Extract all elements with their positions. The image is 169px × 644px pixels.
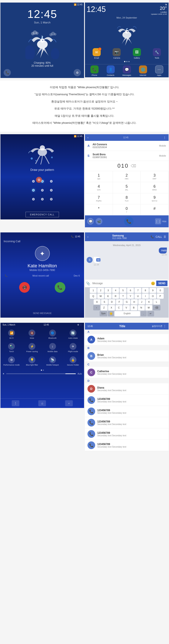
kb-key-r[interactable]: R — [112, 294, 119, 299]
internet-dock[interactable]: 🌐 Internet — [135, 66, 151, 76]
contacts-dock-icon[interactable]: 👤 — [107, 66, 115, 74]
power-saving-icon[interactable]: ⚡ — [28, 343, 35, 350]
bluetooth-icon[interactable]: 🔵 — [49, 330, 56, 336]
internet-dock-icon[interactable]: 🌐 — [139, 66, 147, 74]
kb-key-f[interactable]: F — [116, 299, 123, 304]
flight-mode-icon[interactable]: ✈ — [70, 343, 76, 350]
kb-key-c[interactable]: C — [116, 305, 122, 310]
kb-key-m[interactable]: M — [145, 305, 152, 310]
kb-sym-key[interactable]: Sym — [100, 311, 107, 316]
cl-settings-icon[interactable]: 설정아이콘 — [152, 325, 163, 328]
kb-shift-key[interactable]: ↑ — [93, 305, 100, 310]
brightness-bar[interactable] — [6, 374, 76, 374]
messages-dock-icon[interactable]: 💬 — [123, 66, 131, 74]
kb-key-n[interactable]: N — [138, 305, 145, 310]
phone-entry-4[interactable]: 📞 123456789 Secondary text Secondary tex… — [85, 428, 169, 440]
key-5[interactable]: 5JKL — [113, 182, 141, 193]
key-2[interactable]: 2ABC — [113, 171, 141, 182]
qs-performance[interactable]: ⚙ Performance mode — [1, 355, 21, 368]
qs-flightmode[interactable]: ✈ Flight mode — [63, 341, 83, 354]
key-3[interactable]: 3DEF — [141, 171, 169, 182]
send-message-label[interactable]: SEND MESSAGE — [2, 311, 82, 316]
pattern-dot-8[interactable] — [41, 198, 44, 200]
cl-more-icon[interactable]: ⋮ — [164, 325, 166, 328]
back-arrow[interactable]: ‹ — [87, 136, 88, 139]
qs-autorotate[interactable]: 🔄 Auto-rotate — [63, 328, 83, 341]
gallery-icon[interactable]: 🖼 — [133, 48, 141, 56]
msg-more-icon[interactable]: ☰ — [164, 236, 166, 238]
phone-entry-2[interactable]: 📞 123456789 Secondary text Secondary tex… — [85, 406, 169, 417]
hotspot-icon[interactable]: 📡 — [49, 356, 56, 363]
camera-app[interactable]: 📷 Camera — [107, 48, 126, 59]
qs-mute[interactable]: 🔇 Mute — [22, 328, 42, 341]
kb-key-h[interactable]: H — [131, 299, 138, 304]
call-button[interactable]: 📞 — [124, 217, 134, 226]
contact-ali[interactable]: A Ali Connors 01023253634 Mobile — [85, 141, 169, 151]
kb-key-4[interactable]: 4 — [112, 288, 119, 293]
blue-light-icon[interactable]: 💡 — [28, 356, 35, 363]
performance-icon[interactable]: ⚙ — [8, 356, 15, 363]
backspace-icon[interactable]: ⌫ — [131, 164, 136, 168]
phone-entry-3[interactable]: 📞 123456789 Secondary text Secondary tex… — [85, 417, 169, 428]
contact-diana[interactable]: D Diana Secondary text Secondary text — [85, 383, 169, 394]
tools-app[interactable]: 🔧 Tools — [148, 48, 167, 59]
video-call-icon[interactable]: 📹 — [96, 218, 102, 225]
message-input[interactable] — [91, 281, 150, 286]
more-options-icon[interactable]: ⋮ — [163, 136, 166, 139]
settings-icon-bottom[interactable]: ⚙ — [74, 69, 81, 76]
mobile-data-icon[interactable]: ↕ — [49, 343, 56, 350]
qs-torch[interactable]: 🔦 Torch — [1, 341, 21, 354]
key-star[interactable]: * — [85, 204, 113, 216]
kb-key-j[interactable]: J — [138, 299, 145, 304]
pattern-dot-9[interactable] — [50, 198, 53, 200]
call-icon[interactable]: 📞 — [151, 236, 154, 238]
kb-enter-key[interactable]: ↵ — [147, 311, 154, 316]
msg-back-arrow[interactable]: ‹ — [87, 236, 88, 238]
contacts-dock[interactable]: 👤 Contacts — [103, 66, 118, 76]
pattern-dot-4[interactable] — [32, 189, 35, 192]
kb-period-key[interactable]: . — [141, 311, 147, 316]
messages-quick-icon[interactable]: 💬 — [87, 218, 94, 225]
camera-icon[interactable]: 📷 — [113, 48, 121, 56]
kb-key-u[interactable]: U — [135, 294, 141, 299]
pattern-area[interactable]: ⚙ — [32, 176, 53, 205]
kb-key-d[interactable]: D — [109, 299, 115, 304]
qs-hotspot[interactable]: 📡 Mobile hotspot — [43, 355, 63, 368]
apps-dock[interactable]: ⋯ Apps — [151, 66, 167, 76]
attachment-icon[interactable]: 📎 — [86, 282, 90, 286]
secure-folder-icon[interactable]: 🔒 — [70, 356, 76, 363]
autorotate-icon[interactable]: 🔄 — [70, 330, 76, 336]
pattern-dot-1[interactable] — [32, 180, 35, 182]
key-hash[interactable]: # — [141, 204, 169, 216]
kb-key-w[interactable]: W — [97, 294, 104, 299]
emoji-icon[interactable]: 😊 — [151, 282, 155, 286]
pattern-dot-6[interactable] — [50, 189, 53, 192]
phone-entry-1[interactable]: 📞 123456789 Secondary text Secondary tex… — [85, 394, 169, 406]
kb-key-a[interactable]: A — [94, 299, 100, 304]
qs-bottom-back[interactable]: ‹ — [65, 400, 73, 406]
pattern-dot-7[interactable] — [32, 198, 35, 200]
phone-dock[interactable]: 📞 Phone — [87, 66, 102, 76]
kb-key-x[interactable]: X — [108, 305, 115, 310]
pattern-dots-grid[interactable] — [32, 180, 53, 200]
kb-key-p[interactable]: P — [157, 294, 164, 299]
kb-key-g[interactable]: G — [124, 299, 130, 304]
kb-key-q[interactable]: Q — [90, 294, 97, 299]
kb-key-i[interactable]: I — [142, 294, 149, 299]
wifi-icon[interactable]: 📶 — [8, 330, 15, 336]
key-7[interactable]: 7PQRS — [85, 193, 113, 204]
kb-key-1[interactable]: 1 — [90, 288, 97, 293]
contact-catherine[interactable]: C Catherine Secondary text Secondary tex… — [85, 367, 169, 378]
phone-dock-icon[interactable]: 📞 — [90, 66, 99, 74]
qs-securefolder[interactable]: 🔒 Secure Folder — [63, 355, 83, 368]
dial-grid-icon[interactable]: ⋮⋮ — [155, 218, 161, 224]
qs-mobiledata[interactable]: ↕ Mobile data — [43, 341, 63, 354]
kb-key-6[interactable]: 6 — [127, 288, 134, 293]
email-icon[interactable]: ✉ 3 — [93, 48, 101, 56]
kb-key-o[interactable]: O — [150, 294, 156, 299]
qs-bottom-home[interactable]: ⌂ — [38, 400, 46, 406]
key-6[interactable]: 6MNO — [141, 182, 169, 193]
mute-icon[interactable]: 🔇 — [28, 330, 35, 336]
kb-key-k[interactable]: K — [146, 299, 153, 304]
contact-adam[interactable]: A Adam Secondary text Secondary text — [85, 334, 169, 345]
